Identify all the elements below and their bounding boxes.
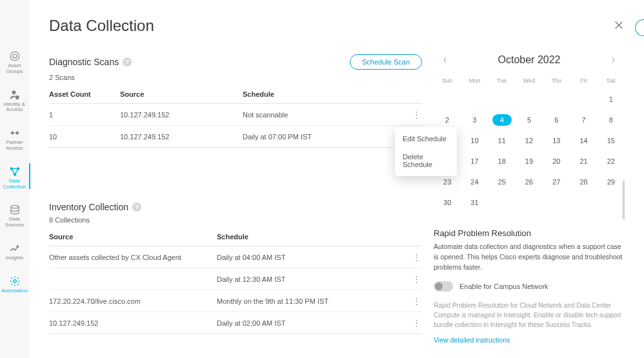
cell-schedule: Monthly on the 9th at 11:30 PM IST bbox=[217, 297, 410, 305]
calendar-day[interactable]: 17 bbox=[461, 151, 488, 172]
menu-edit-schedule[interactable]: Edit Schedule bbox=[395, 130, 457, 148]
sidebar-item-label: AssetGroups bbox=[6, 63, 23, 75]
calendar-day[interactable]: 6 bbox=[543, 110, 570, 130]
rpr-hint: Rapid Problem Resolution for Cloud Netwo… bbox=[434, 301, 625, 330]
sidebar-item-insights[interactable]: Insights bbox=[0, 243, 30, 261]
rpr-instructions-link[interactable]: View detailed instructions bbox=[434, 336, 510, 344]
calendar-dow: Sun bbox=[434, 75, 461, 89]
calendar-day[interactable]: 10 bbox=[461, 130, 488, 151]
table-row: Daily at 12:30 AM IST ⋮ bbox=[49, 268, 422, 290]
calendar-dow: Sat bbox=[598, 75, 625, 89]
calendar-day[interactable]: 31 bbox=[461, 192, 488, 213]
cell-schedule: Not scannable bbox=[243, 111, 410, 119]
sidebar-item-label: DataCollection bbox=[3, 179, 26, 190]
calendar-next-button[interactable] bbox=[607, 57, 619, 63]
calendar-nav: October 2022 bbox=[434, 54, 625, 66]
cell-source: 172.20.224.70/live.cisco.com bbox=[49, 297, 217, 305]
collection-count: 8 Collections bbox=[49, 216, 422, 224]
automation-icon bbox=[9, 275, 21, 287]
page-title: Data Collection bbox=[49, 17, 154, 35]
calendar-day[interactable]: 30 bbox=[434, 192, 461, 213]
calendar-day[interactable]: 5 bbox=[516, 110, 543, 130]
col-source: Source bbox=[49, 233, 217, 241]
section-header: Inventory Collection ? bbox=[49, 202, 422, 212]
cell-schedule: Daily at 07:00 PM IST bbox=[243, 133, 410, 141]
sidebar-item-identity-access[interactable]: Identity &Access bbox=[0, 89, 30, 114]
row-actions-button[interactable]: ⋮ bbox=[410, 253, 422, 261]
calendar-empty bbox=[543, 89, 570, 110]
sidebar-item-label: Insights bbox=[6, 255, 24, 261]
calendar-day[interactable]: 3 bbox=[461, 110, 488, 130]
row-actions-button[interactable]: ⋮ bbox=[410, 110, 422, 119]
table-row: 172.20.224.70/live.cisco.com Monthly on … bbox=[49, 290, 422, 312]
calendar-day[interactable]: 14 bbox=[570, 130, 597, 151]
row-actions-button[interactable]: ⋮ bbox=[410, 275, 422, 283]
calendar-day[interactable]: 19 bbox=[516, 151, 543, 172]
menu-delete-schedule[interactable]: Delete Schedule bbox=[395, 148, 457, 174]
sidebar-item-data-sources[interactable]: DataSources bbox=[0, 204, 30, 228]
calendar-day[interactable]: 27 bbox=[543, 172, 570, 192]
section-title: Diagnostic Scans bbox=[49, 57, 119, 67]
calendar-day[interactable]: 29 bbox=[598, 172, 625, 192]
calendar-day[interactable]: 8 bbox=[598, 110, 625, 130]
sidebar-item-label: PartnerAccess bbox=[6, 140, 23, 152]
sidebar-item-partner-access[interactable]: PartnerAccess bbox=[0, 127, 30, 152]
row-actions-button[interactable]: ⋮ bbox=[410, 297, 422, 305]
rpr-toggle[interactable] bbox=[434, 281, 453, 292]
calendar-day[interactable]: 26 bbox=[516, 172, 543, 192]
sidebar-item-label: Identity &Access bbox=[4, 102, 25, 114]
left-column: Diagnostic Scans ? Schedule Scan 2 Scans… bbox=[49, 54, 422, 344]
user-shield-icon bbox=[9, 89, 21, 101]
help-icon[interactable]: ? bbox=[123, 57, 132, 66]
calendar-day[interactable]: 21 bbox=[570, 151, 597, 172]
calendar-empty bbox=[488, 89, 516, 110]
sidebar-item-automation[interactable]: Automation bbox=[0, 275, 30, 294]
calendar-day[interactable]: 7 bbox=[570, 110, 597, 130]
col-schedule: Schedule bbox=[243, 90, 410, 98]
calendar-day[interactable]: 11 bbox=[488, 130, 516, 151]
database-icon bbox=[9, 204, 21, 215]
main-panel: Data Collection Diagnostic Scans ? Sched… bbox=[30, 0, 644, 358]
target-icon bbox=[9, 50, 21, 62]
cell-asset-count: 1 bbox=[49, 111, 120, 119]
calendar-dow: Tue bbox=[488, 75, 516, 89]
calendar-day[interactable]: 28 bbox=[570, 172, 597, 192]
cell-schedule: Daily at 04:00 AM IST bbox=[217, 254, 410, 261]
svg-point-7 bbox=[13, 280, 16, 283]
calendar-day[interactable]: 22 bbox=[598, 151, 625, 172]
calendar-day[interactable]: 20 bbox=[543, 151, 570, 172]
content-columns: Diagnostic Scans ? Schedule Scan 2 Scans… bbox=[49, 54, 625, 344]
row-actions-button[interactable]: ⋮ bbox=[410, 319, 422, 327]
calendar-day[interactable]: 13 bbox=[543, 130, 570, 151]
calendar-day[interactable]: 4 bbox=[488, 110, 516, 130]
calendar-dow: Mon bbox=[461, 75, 488, 89]
calendar-day[interactable]: 15 bbox=[598, 130, 625, 151]
calendar-day[interactable]: 1 bbox=[598, 89, 625, 110]
close-button[interactable] bbox=[613, 19, 625, 33]
rpr-description: Automate data collection and diagnostics… bbox=[434, 242, 625, 272]
help-icon[interactable]: ? bbox=[132, 203, 141, 212]
inventory-collection-section: Inventory Collection ? 8 Collections Sou… bbox=[49, 202, 422, 334]
calendar-dow: Thu bbox=[543, 75, 570, 89]
section-title-wrap: Diagnostic Scans ? bbox=[49, 57, 132, 67]
calendar-day[interactable]: 24 bbox=[461, 172, 488, 192]
sidebar-item-asset-groups[interactable]: AssetGroups bbox=[0, 50, 30, 75]
schedule-scan-button[interactable]: Schedule Scan bbox=[350, 54, 422, 70]
scrollbar[interactable] bbox=[622, 52, 626, 352]
calendar-day[interactable]: 18 bbox=[488, 151, 516, 172]
calendar-empty bbox=[461, 89, 488, 110]
search-button-clipped[interactable] bbox=[635, 19, 644, 36]
diagnostic-table: Asset Count Source Schedule 1 10.127.249… bbox=[49, 85, 422, 148]
cell-schedule: Daily at 02:00 AM IST bbox=[217, 319, 410, 327]
calendar-day[interactable]: 12 bbox=[516, 130, 543, 151]
cell-source: 10.127.249.152 bbox=[49, 319, 217, 327]
rapid-problem-resolution: Rapid Problem Resolution Automate data c… bbox=[434, 228, 625, 344]
sidebar-item-data-collection[interactable]: DataCollection bbox=[0, 166, 30, 190]
header: Data Collection bbox=[49, 17, 625, 35]
calendar-prev-button[interactable] bbox=[439, 57, 452, 63]
app-root: AssetGroups Identity &Access PartnerAcce… bbox=[0, 0, 644, 358]
calendar-day[interactable]: 25 bbox=[488, 172, 516, 192]
network-icon bbox=[9, 166, 21, 177]
inventory-table: Source Schedule Other assets collected b… bbox=[49, 228, 422, 334]
calendar: October 2022 SunMonTueWedThuFriSat123456… bbox=[434, 54, 625, 213]
